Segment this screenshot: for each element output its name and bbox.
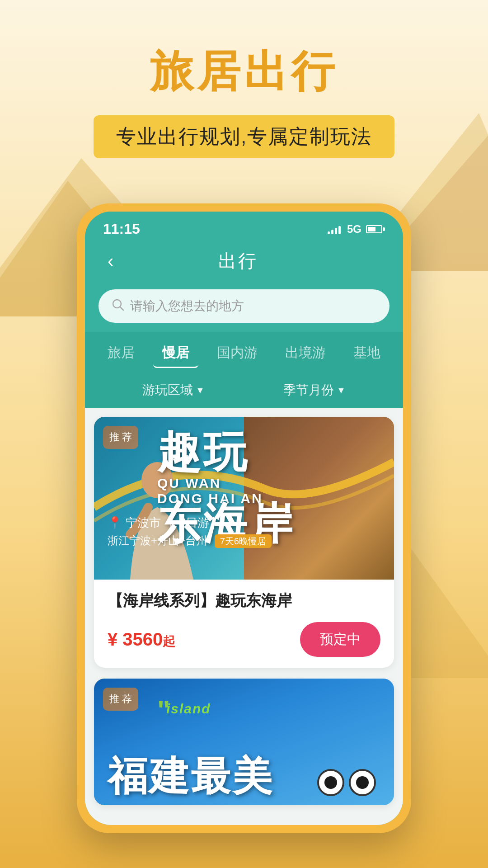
search-bar[interactable]: 请输入您想去的地方 bbox=[99, 289, 389, 323]
phone-mockup: 11:15 5G bbox=[77, 203, 411, 833]
card-price-row-1: ¥ 3560起 预定中 bbox=[94, 622, 394, 668]
tab-chujingyou[interactable]: 出境游 bbox=[276, 339, 335, 368]
tab-manju[interactable]: 慢居 bbox=[153, 339, 198, 368]
tab-jidi[interactable]: 基地 bbox=[344, 339, 389, 368]
island-label: island bbox=[166, 701, 380, 717]
search-placeholder-text: 请输入您想去的地方 bbox=[130, 297, 244, 315]
filter-season[interactable]: 季节月份 ▼ bbox=[283, 382, 346, 399]
tab-guoneiyou[interactable]: 国内游 bbox=[208, 339, 267, 368]
status-bar: 11:15 5G bbox=[85, 212, 403, 242]
search-container: 请输入您想去的地方 bbox=[85, 285, 403, 332]
book-button-1[interactable]: 预定中 bbox=[300, 622, 380, 657]
battery-icon bbox=[366, 225, 385, 233]
card-price-1: ¥ 3560起 bbox=[108, 629, 175, 650]
status-icons: 5G bbox=[328, 223, 385, 236]
network-label: 5G bbox=[347, 223, 361, 236]
tab-lvju[interactable]: 旅居 bbox=[99, 339, 144, 368]
duration-tag-1: 7天6晚慢居 bbox=[215, 534, 272, 548]
area-filter-arrow: ▼ bbox=[196, 385, 205, 396]
subtitle-text: 专业出行规划,专属定制玩法 bbox=[116, 125, 372, 147]
season-filter-arrow: ▼ bbox=[337, 385, 346, 396]
back-button[interactable]: ‹ bbox=[103, 246, 118, 276]
search-icon bbox=[111, 298, 125, 315]
phone-frame: 11:15 5G bbox=[77, 203, 411, 833]
filter-area[interactable]: 游玩区域 ▼ bbox=[142, 382, 205, 399]
card-name-1: 【海岸线系列】趣玩东海岸 bbox=[108, 590, 292, 611]
card-location-1: 📍 宁波市 ｜ 7日游 浙江宁波+舟山+台州 7天6晚慢居 bbox=[108, 515, 272, 548]
tour-card-1: 推 荐 趣玩 QU WAN DONG HAI AN 东海岸 📍 bbox=[94, 417, 394, 668]
card-badge-2: 推 荐 bbox=[103, 688, 138, 711]
card-image-1: 推 荐 趣玩 QU WAN DONG HAI AN 东海岸 📍 bbox=[94, 417, 394, 580]
tour-card-2: 推 荐 island " 福建最美 bbox=[94, 679, 394, 805]
main-title: 旅居出行 bbox=[0, 45, 488, 97]
subtitle-container: 专业出行规划,专属定制玩法 bbox=[94, 115, 394, 158]
phone-screen: 11:15 5G bbox=[85, 212, 403, 825]
card-badge-1: 推 荐 bbox=[103, 426, 138, 449]
nav-title: 出行 bbox=[118, 249, 358, 274]
card-bg-2: 推 荐 island " 福建最美 bbox=[94, 679, 394, 805]
status-time: 11:15 bbox=[103, 221, 140, 237]
filter-row: 游玩区域 ▼ 季节月份 ▼ bbox=[85, 375, 403, 408]
location-pin-icon: 📍 bbox=[108, 516, 122, 530]
card-image-2: 推 荐 island " 福建最美 bbox=[94, 679, 394, 805]
svg-line-2 bbox=[120, 307, 123, 310]
frog-eyes bbox=[317, 769, 376, 796]
nav-bar: ‹ 出行 bbox=[85, 242, 403, 285]
category-tabs: 旅居 慢居 国内游 出境游 基地 bbox=[85, 332, 403, 375]
content-area: 推 荐 趣玩 QU WAN DONG HAI AN 东海岸 📍 bbox=[85, 408, 403, 825]
signal-icon bbox=[328, 224, 341, 234]
card-info-1: 【海岸线系列】趣玩东海岸 bbox=[94, 580, 394, 622]
